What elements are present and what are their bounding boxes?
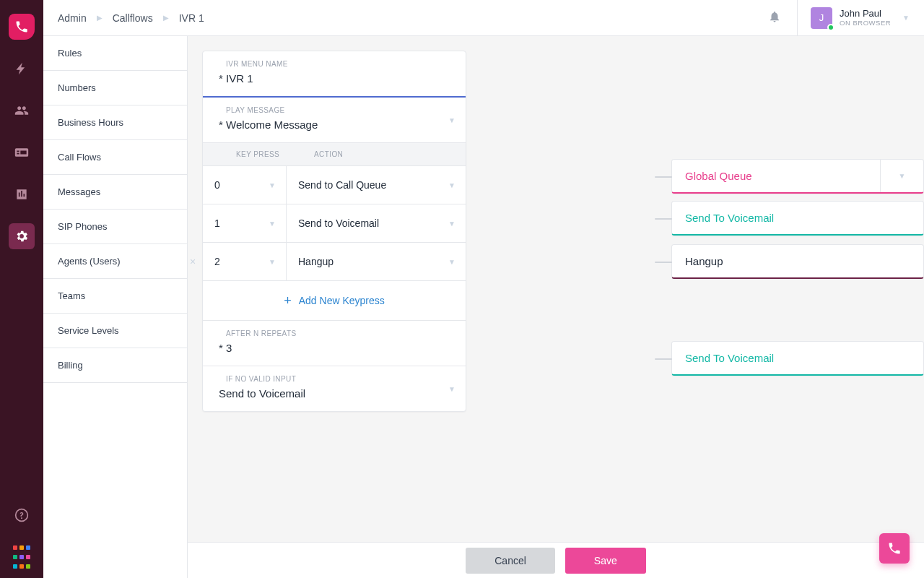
action-select[interactable]: Send to Voicemail ▼ [287,204,466,242]
destination-label: Send To Voicemail [685,212,774,224]
connector-line [655,358,672,360]
breadcrumb-callflows[interactable]: Callflows [113,12,153,24]
remove-row-icon[interactable]: × [190,256,196,267]
key-value: 2 [214,256,220,267]
after-repeats-field[interactable]: AFTER N REPEATS * 3 [203,320,466,366]
action-select[interactable]: Hangup ▼ [287,243,466,280]
sidebar-item-teams[interactable]: Teams [43,279,187,314]
sidebar-item-sip-phones[interactable]: SIP Phones [43,210,187,244]
topbar: Admin ▶ Callflows ▶ IVR 1 J John Paul ON… [43,0,924,36]
destination-global-queue[interactable]: Global Queue ▼ [671,159,924,194]
add-keypress-label: Add New Keypress [299,295,385,306]
cancel-button[interactable]: Cancel [466,548,555,574]
nav-apps-icon[interactable] [9,544,35,570]
ivr-card: IVR MENU NAME * IVR 1 PLAY MESSAGE * Wel… [202,51,466,412]
chevron-down-icon: ▼ [448,220,456,228]
ivr-name-value[interactable]: * IVR 1 [219,72,450,85]
destination-label: Send To Voicemail [685,352,774,364]
action-select[interactable]: Send to Call Queue ▼ [287,166,466,204]
main-content: IVR MENU NAME * IVR 1 PLAY MESSAGE * Wel… [188,36,924,542]
keypress-header-key: KEY PRESS [219,150,288,158]
softphone-button[interactable] [879,533,910,564]
no-valid-input-label: IF NO VALID INPUT [219,375,450,383]
breadcrumb-current: IVR 1 [179,12,204,24]
sidebar-item-agents[interactable]: Agents (Users) [43,244,187,279]
chevron-down-icon: ▼ [902,14,910,22]
key-value: 1 [214,217,220,229]
after-repeats-value[interactable]: * 3 [219,342,450,354]
keypress-header-action: ACTION [288,150,450,158]
breadcrumb: Admin ▶ Callflows ▶ IVR 1 [58,12,204,24]
destination-dropdown[interactable]: ▼ [880,160,923,192]
sidebar-item-messages[interactable]: Messages [43,175,187,210]
action-value: Send to Call Queue [298,179,386,191]
key-select[interactable]: 0 ▼ [203,166,287,204]
action-value: Send to Voicemail [298,217,379,229]
ivr-name-label: IVR MENU NAME [219,60,450,68]
play-message-field[interactable]: PLAY MESSAGE * Welcome Message ▼ [203,98,466,143]
save-button[interactable]: Save [565,548,646,574]
user-name: John Paul [840,9,891,20]
play-message-label: PLAY MESSAGE [219,106,450,114]
sidebar-item-call-flows[interactable]: Call Flows [43,140,187,175]
nav-card-icon[interactable] [9,139,35,165]
add-keypress-button[interactable]: + Add New Keypress [203,280,466,320]
destination-hangup[interactable]: Hangup [671,244,924,279]
no-valid-input-field[interactable]: IF NO VALID INPUT Send to Voicemail ▼ [203,366,466,411]
sidebar-item-billing[interactable]: Billing [43,348,187,383]
destination-label: Global Queue [685,170,752,182]
presence-dot-icon [827,24,834,31]
user-status: ON BROWSER [840,19,891,27]
nav-help-icon[interactable] [9,502,35,528]
key-select[interactable]: 2 ▼ [203,243,287,280]
avatar-initial: J [819,12,824,23]
no-valid-input-value[interactable]: Send to Voicemail [219,387,450,400]
avatar: J [811,7,832,29]
after-repeats-label: AFTER N REPEATS [219,329,450,337]
key-select[interactable]: 1 ▼ [203,204,287,242]
keypress-row: 1 ▼ Send to Voicemail ▼ [203,204,466,242]
logo-icon[interactable] [9,14,35,40]
action-value: Hangup [298,256,334,267]
connector-line [655,176,672,178]
sidebar-item-rules[interactable]: Rules [43,36,187,71]
plus-icon: + [284,294,292,307]
chevron-right-icon: ▶ [163,14,169,22]
play-message-value[interactable]: * Welcome Message [219,118,450,131]
keypress-row: 0 ▼ Send to Call Queue ▼ [203,165,466,204]
user-menu[interactable]: J John Paul ON BROWSER ▼ [797,0,910,35]
chevron-down-icon: ▼ [269,220,276,228]
nav-people-icon[interactable] [9,98,35,124]
destination-invalid-voicemail[interactable]: Send To Voicemail [671,341,924,376]
nav-bolt-icon[interactable] [9,56,35,82]
sidebar-item-business-hours[interactable]: Business Hours [43,105,187,140]
notifications-icon[interactable] [768,10,781,25]
icon-rail [0,0,43,578]
connector-line [655,262,672,263]
sidebar-item-service-levels[interactable]: Service Levels [43,314,187,348]
destination-voicemail[interactable]: Send To Voicemail [671,201,924,236]
nav-chart-icon[interactable] [9,181,35,207]
breadcrumb-admin[interactable]: Admin [58,12,87,24]
destination-label: Hangup [685,255,723,267]
sidebar-item-numbers[interactable]: Numbers [43,71,187,105]
chevron-down-icon: ▼ [448,258,456,266]
chevron-down-icon: ▼ [269,181,276,189]
ivr-name-field[interactable]: IVR MENU NAME * IVR 1 [203,51,466,98]
keypress-header: KEY PRESS ACTION [203,143,466,165]
footer: Cancel Save [188,542,924,578]
chevron-down-icon: ▼ [269,258,276,266]
key-value: 0 [214,179,220,191]
settings-sidebar: Rules Numbers Business Hours Call Flows … [43,36,188,578]
chevron-down-icon: ▼ [448,181,456,189]
keypress-row: × 2 ▼ Hangup ▼ [203,242,466,280]
nav-settings-icon[interactable] [9,223,35,249]
connector-line [655,218,672,220]
chevron-right-icon: ▶ [97,14,103,22]
